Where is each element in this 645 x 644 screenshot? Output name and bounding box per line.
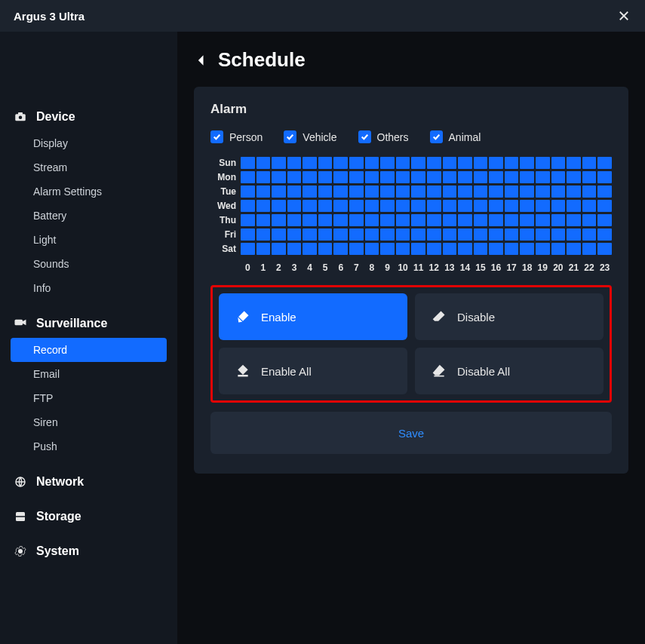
schedule-cell[interactable] bbox=[365, 214, 379, 226]
schedule-cell[interactable] bbox=[443, 214, 457, 226]
sidebar-item-record[interactable]: Record bbox=[11, 338, 167, 362]
sidebar-item-ftp[interactable]: FTP bbox=[11, 386, 167, 410]
schedule-cell[interactable] bbox=[396, 157, 410, 169]
schedule-cell[interactable] bbox=[380, 186, 395, 198]
schedule-cell[interactable] bbox=[272, 171, 286, 183]
sidebar-item-stream[interactable]: Stream bbox=[11, 155, 167, 179]
schedule-cell[interactable] bbox=[536, 157, 550, 169]
schedule-cell[interactable] bbox=[349, 157, 364, 169]
schedule-cell[interactable] bbox=[505, 157, 519, 169]
schedule-cell[interactable] bbox=[458, 186, 472, 198]
enable-all-button[interactable]: Enable All bbox=[219, 348, 407, 394]
schedule-cell[interactable] bbox=[551, 171, 566, 183]
schedule-cell[interactable] bbox=[333, 200, 348, 212]
sidebar-item-email[interactable]: Email bbox=[11, 362, 167, 386]
schedule-cell[interactable] bbox=[536, 171, 550, 183]
schedule-cell[interactable] bbox=[303, 186, 317, 198]
save-button[interactable]: Save bbox=[210, 412, 612, 454]
schedule-cell[interactable] bbox=[272, 243, 286, 255]
schedule-cell[interactable] bbox=[474, 171, 488, 183]
schedule-cell[interactable] bbox=[349, 186, 364, 198]
schedule-cell[interactable] bbox=[333, 214, 348, 226]
schedule-cell[interactable] bbox=[333, 171, 348, 183]
schedule-cell[interactable] bbox=[318, 171, 333, 183]
schedule-cell[interactable] bbox=[333, 228, 348, 241]
schedule-cell[interactable] bbox=[582, 214, 597, 226]
schedule-cell[interactable] bbox=[520, 214, 534, 226]
schedule-cell[interactable] bbox=[349, 228, 364, 241]
schedule-cell[interactable] bbox=[272, 214, 286, 226]
schedule-cell[interactable] bbox=[520, 171, 534, 183]
schedule-cell[interactable] bbox=[303, 157, 317, 169]
schedule-cell[interactable] bbox=[597, 243, 612, 255]
schedule-cell[interactable] bbox=[489, 171, 503, 183]
schedule-cell[interactable] bbox=[241, 243, 255, 255]
schedule-cell[interactable] bbox=[582, 200, 597, 212]
schedule-cell[interactable] bbox=[380, 200, 395, 212]
schedule-cell[interactable] bbox=[272, 157, 286, 169]
sidebar-item-display[interactable]: Display bbox=[11, 131, 167, 155]
schedule-cell[interactable] bbox=[318, 200, 333, 212]
schedule-cell[interactable] bbox=[505, 186, 519, 198]
schedule-cell[interactable] bbox=[505, 243, 519, 255]
schedule-cell[interactable] bbox=[333, 243, 348, 255]
schedule-cell[interactable] bbox=[567, 228, 581, 241]
schedule-cell[interactable] bbox=[287, 214, 302, 226]
schedule-cell[interactable] bbox=[303, 228, 317, 241]
schedule-cell[interactable] bbox=[287, 228, 302, 241]
schedule-cell[interactable] bbox=[427, 157, 441, 169]
schedule-cell[interactable] bbox=[272, 200, 286, 212]
schedule-cell[interactable] bbox=[318, 228, 333, 241]
schedule-cell[interactable] bbox=[241, 228, 255, 241]
schedule-cell[interactable] bbox=[411, 157, 425, 169]
schedule-cell[interactable] bbox=[597, 171, 612, 183]
schedule-cell[interactable] bbox=[551, 243, 566, 255]
schedule-cell[interactable] bbox=[597, 186, 612, 198]
schedule-cell[interactable] bbox=[349, 214, 364, 226]
schedule-cell[interactable] bbox=[567, 171, 581, 183]
schedule-cell[interactable] bbox=[318, 243, 333, 255]
schedule-cell[interactable] bbox=[318, 214, 333, 226]
schedule-cell[interactable] bbox=[582, 243, 597, 255]
schedule-cell[interactable] bbox=[427, 243, 441, 255]
schedule-cell[interactable] bbox=[272, 186, 286, 198]
schedule-cell[interactable] bbox=[520, 243, 534, 255]
schedule-cell[interactable] bbox=[349, 200, 364, 212]
schedule-cell[interactable] bbox=[567, 157, 581, 169]
schedule-cell[interactable] bbox=[365, 228, 379, 241]
schedule-cell[interactable] bbox=[551, 228, 566, 241]
schedule-cell[interactable] bbox=[458, 200, 472, 212]
schedule-cell[interactable] bbox=[411, 243, 425, 255]
schedule-cell[interactable] bbox=[256, 243, 271, 255]
sidebar-item-info[interactable]: Info bbox=[11, 276, 167, 300]
sidebar-header-network[interactable]: Network bbox=[11, 471, 167, 493]
schedule-cell[interactable] bbox=[241, 186, 255, 198]
schedule-cell[interactable] bbox=[303, 243, 317, 255]
schedule-cell[interactable] bbox=[489, 243, 503, 255]
schedule-cell[interactable] bbox=[520, 200, 534, 212]
schedule-cell[interactable] bbox=[597, 228, 612, 241]
schedule-cell[interactable] bbox=[474, 157, 488, 169]
disable-all-button[interactable]: Disable All bbox=[415, 348, 604, 394]
sidebar-header-surveillance[interactable]: Surveillance bbox=[11, 312, 167, 335]
schedule-cell[interactable] bbox=[380, 228, 395, 241]
schedule-cell[interactable] bbox=[287, 171, 302, 183]
schedule-cell[interactable] bbox=[380, 157, 395, 169]
schedule-cell[interactable] bbox=[256, 200, 271, 212]
close-icon[interactable] bbox=[616, 8, 631, 23]
schedule-cell[interactable] bbox=[536, 214, 550, 226]
schedule-cell[interactable] bbox=[551, 214, 566, 226]
sidebar-header-device[interactable]: Device bbox=[11, 106, 167, 128]
schedule-cell[interactable] bbox=[287, 200, 302, 212]
schedule-cell[interactable] bbox=[567, 243, 581, 255]
enable-button[interactable]: Enable bbox=[219, 293, 407, 340]
schedule-cell[interactable] bbox=[365, 200, 379, 212]
schedule-cell[interactable] bbox=[333, 186, 348, 198]
schedule-cell[interactable] bbox=[318, 186, 333, 198]
schedule-cell[interactable] bbox=[241, 214, 255, 226]
schedule-cell[interactable] bbox=[256, 228, 271, 241]
schedule-cell[interactable] bbox=[443, 186, 457, 198]
schedule-cell[interactable] bbox=[256, 157, 271, 169]
sidebar-header-system[interactable]: System bbox=[11, 540, 167, 563]
schedule-cell[interactable] bbox=[396, 186, 410, 198]
